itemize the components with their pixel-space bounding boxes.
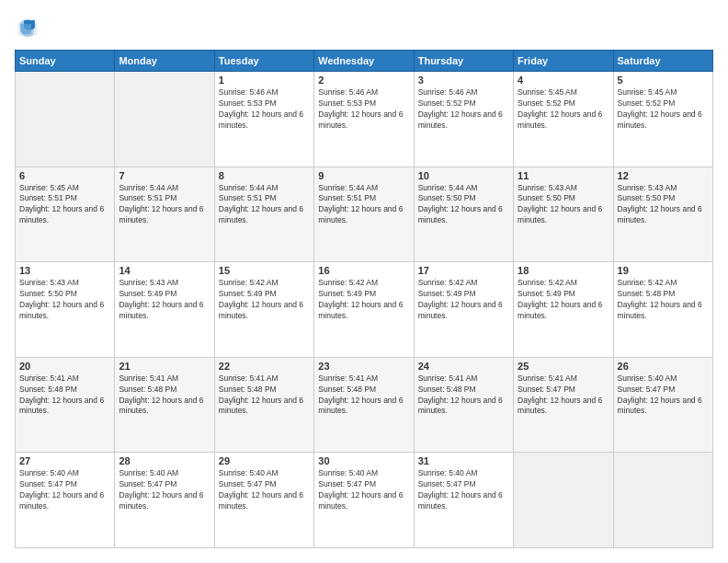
calendar-cell: 4Sunrise: 5:45 AM Sunset: 5:52 PM Daylig… xyxy=(514,72,613,167)
day-info: Sunrise: 5:41 AM Sunset: 5:48 PM Dayligh… xyxy=(318,373,409,418)
calendar-cell: 5Sunrise: 5:45 AM Sunset: 5:52 PM Daylig… xyxy=(613,72,712,167)
day-info: Sunrise: 5:40 AM Sunset: 5:47 PM Dayligh… xyxy=(618,373,709,418)
day-number: 12 xyxy=(618,170,709,181)
day-number: 3 xyxy=(418,75,509,86)
day-info: Sunrise: 5:43 AM Sunset: 5:50 PM Dayligh… xyxy=(618,183,709,227)
calendar-header-sunday: Sunday xyxy=(16,51,115,72)
day-number: 30 xyxy=(318,455,409,466)
calendar-cell: 22Sunrise: 5:41 AM Sunset: 5:48 PM Dayli… xyxy=(214,357,313,453)
calendar-cell: 9Sunrise: 5:44 AM Sunset: 5:51 PM Daylig… xyxy=(314,167,414,262)
calendar-cell: 28Sunrise: 5:40 AM Sunset: 5:47 PM Dayli… xyxy=(115,453,214,548)
day-info: Sunrise: 5:43 AM Sunset: 5:50 PM Dayligh… xyxy=(518,183,609,227)
calendar-cell: 2Sunrise: 5:46 AM Sunset: 5:53 PM Daylig… xyxy=(314,72,414,167)
day-number: 7 xyxy=(119,170,210,181)
day-info: Sunrise: 5:41 AM Sunset: 5:48 PM Dayligh… xyxy=(119,373,210,418)
day-number: 19 xyxy=(618,265,709,276)
day-number: 24 xyxy=(418,361,509,372)
day-info: Sunrise: 5:40 AM Sunset: 5:47 PM Dayligh… xyxy=(19,468,110,512)
day-info: Sunrise: 5:41 AM Sunset: 5:48 PM Dayligh… xyxy=(219,373,310,418)
calendar-week-3: 13Sunrise: 5:43 AM Sunset: 5:50 PM Dayli… xyxy=(16,262,713,358)
calendar-cell: 3Sunrise: 5:46 AM Sunset: 5:52 PM Daylig… xyxy=(414,72,513,167)
day-number: 6 xyxy=(19,170,110,181)
day-number: 25 xyxy=(518,361,609,372)
calendar-week-2: 6Sunrise: 5:45 AM Sunset: 5:51 PM Daylig… xyxy=(16,167,713,262)
calendar-table: SundayMondayTuesdayWednesdayThursdayFrid… xyxy=(15,50,713,548)
calendar-cell: 10Sunrise: 5:44 AM Sunset: 5:50 PM Dayli… xyxy=(414,167,513,262)
day-info: Sunrise: 5:42 AM Sunset: 5:49 PM Dayligh… xyxy=(518,278,609,322)
day-number: 9 xyxy=(318,170,409,181)
day-info: Sunrise: 5:40 AM Sunset: 5:47 PM Dayligh… xyxy=(119,468,210,512)
day-info: Sunrise: 5:42 AM Sunset: 5:48 PM Dayligh… xyxy=(618,278,709,322)
day-info: Sunrise: 5:41 AM Sunset: 5:48 PM Dayligh… xyxy=(19,373,110,418)
day-info: Sunrise: 5:44 AM Sunset: 5:50 PM Dayligh… xyxy=(418,183,509,227)
logo xyxy=(15,15,44,40)
calendar-header-friday: Friday xyxy=(514,51,613,72)
calendar-header-wednesday: Wednesday xyxy=(314,51,414,72)
calendar-week-5: 27Sunrise: 5:40 AM Sunset: 5:47 PM Dayli… xyxy=(16,453,713,548)
day-info: Sunrise: 5:41 AM Sunset: 5:47 PM Dayligh… xyxy=(518,373,609,418)
day-info: Sunrise: 5:42 AM Sunset: 5:49 PM Dayligh… xyxy=(418,278,509,322)
calendar-cell: 13Sunrise: 5:43 AM Sunset: 5:50 PM Dayli… xyxy=(16,262,115,358)
calendar-cell: 12Sunrise: 5:43 AM Sunset: 5:50 PM Dayli… xyxy=(613,167,712,262)
calendar-cell xyxy=(115,72,214,167)
calendar-header-saturday: Saturday xyxy=(613,51,712,72)
calendar-cell: 7Sunrise: 5:44 AM Sunset: 5:51 PM Daylig… xyxy=(115,167,214,262)
day-info: Sunrise: 5:45 AM Sunset: 5:52 PM Dayligh… xyxy=(618,87,709,132)
day-number: 13 xyxy=(19,265,110,276)
day-number: 18 xyxy=(518,265,609,276)
day-number: 11 xyxy=(518,170,609,181)
calendar-cell: 1Sunrise: 5:46 AM Sunset: 5:53 PM Daylig… xyxy=(214,72,313,167)
day-info: Sunrise: 5:40 AM Sunset: 5:47 PM Dayligh… xyxy=(418,468,509,512)
day-info: Sunrise: 5:40 AM Sunset: 5:47 PM Dayligh… xyxy=(318,468,409,512)
calendar-week-4: 20Sunrise: 5:41 AM Sunset: 5:48 PM Dayli… xyxy=(16,357,713,453)
day-info: Sunrise: 5:44 AM Sunset: 5:51 PM Dayligh… xyxy=(219,183,310,227)
calendar-cell: 30Sunrise: 5:40 AM Sunset: 5:47 PM Dayli… xyxy=(314,453,414,548)
calendar-cell: 16Sunrise: 5:42 AM Sunset: 5:49 PM Dayli… xyxy=(314,262,414,358)
header xyxy=(15,15,713,40)
calendar-header-monday: Monday xyxy=(115,51,214,72)
calendar-cell xyxy=(514,453,613,548)
day-number: 27 xyxy=(19,455,110,466)
calendar-cell: 27Sunrise: 5:40 AM Sunset: 5:47 PM Dayli… xyxy=(16,453,115,548)
day-info: Sunrise: 5:46 AM Sunset: 5:53 PM Dayligh… xyxy=(219,87,310,132)
day-number: 23 xyxy=(318,361,409,372)
calendar-cell: 11Sunrise: 5:43 AM Sunset: 5:50 PM Dayli… xyxy=(514,167,613,262)
calendar-cell: 19Sunrise: 5:42 AM Sunset: 5:48 PM Dayli… xyxy=(613,262,712,358)
calendar-cell: 29Sunrise: 5:40 AM Sunset: 5:47 PM Dayli… xyxy=(214,453,313,548)
day-number: 14 xyxy=(119,265,210,276)
calendar-cell: 17Sunrise: 5:42 AM Sunset: 5:49 PM Dayli… xyxy=(414,262,513,358)
day-info: Sunrise: 5:46 AM Sunset: 5:52 PM Dayligh… xyxy=(418,87,509,132)
calendar-cell xyxy=(16,72,115,167)
calendar-week-1: 1Sunrise: 5:46 AM Sunset: 5:53 PM Daylig… xyxy=(16,72,713,167)
day-number: 21 xyxy=(119,361,210,372)
calendar-cell: 20Sunrise: 5:41 AM Sunset: 5:48 PM Dayli… xyxy=(16,357,115,453)
day-info: Sunrise: 5:40 AM Sunset: 5:47 PM Dayligh… xyxy=(219,468,310,512)
day-number: 8 xyxy=(219,170,310,181)
day-number: 4 xyxy=(518,75,609,86)
page: SundayMondayTuesdayWednesdayThursdayFrid… xyxy=(0,0,728,563)
calendar-header-thursday: Thursday xyxy=(414,51,513,72)
day-info: Sunrise: 5:43 AM Sunset: 5:49 PM Dayligh… xyxy=(119,278,210,322)
day-number: 29 xyxy=(219,455,310,466)
day-number: 31 xyxy=(418,455,509,466)
day-info: Sunrise: 5:44 AM Sunset: 5:51 PM Dayligh… xyxy=(318,183,409,227)
calendar-cell: 18Sunrise: 5:42 AM Sunset: 5:49 PM Dayli… xyxy=(514,262,613,358)
day-info: Sunrise: 5:45 AM Sunset: 5:52 PM Dayligh… xyxy=(518,87,609,132)
day-info: Sunrise: 5:42 AM Sunset: 5:49 PM Dayligh… xyxy=(219,278,310,322)
day-info: Sunrise: 5:43 AM Sunset: 5:50 PM Dayligh… xyxy=(19,278,110,322)
day-number: 16 xyxy=(318,265,409,276)
day-number: 1 xyxy=(219,75,310,86)
calendar-cell: 6Sunrise: 5:45 AM Sunset: 5:51 PM Daylig… xyxy=(16,167,115,262)
day-number: 5 xyxy=(618,75,709,86)
day-info: Sunrise: 5:45 AM Sunset: 5:51 PM Dayligh… xyxy=(19,183,110,227)
day-number: 20 xyxy=(19,361,110,372)
day-info: Sunrise: 5:46 AM Sunset: 5:53 PM Dayligh… xyxy=(318,87,409,132)
logo-icon xyxy=(15,15,40,40)
calendar-cell: 26Sunrise: 5:40 AM Sunset: 5:47 PM Dayli… xyxy=(613,357,712,453)
calendar-cell: 8Sunrise: 5:44 AM Sunset: 5:51 PM Daylig… xyxy=(214,167,313,262)
calendar-cell: 31Sunrise: 5:40 AM Sunset: 5:47 PM Dayli… xyxy=(414,453,513,548)
day-number: 17 xyxy=(418,265,509,276)
day-number: 28 xyxy=(119,455,210,466)
calendar-cell: 23Sunrise: 5:41 AM Sunset: 5:48 PM Dayli… xyxy=(314,357,414,453)
calendar-cell xyxy=(613,453,712,548)
